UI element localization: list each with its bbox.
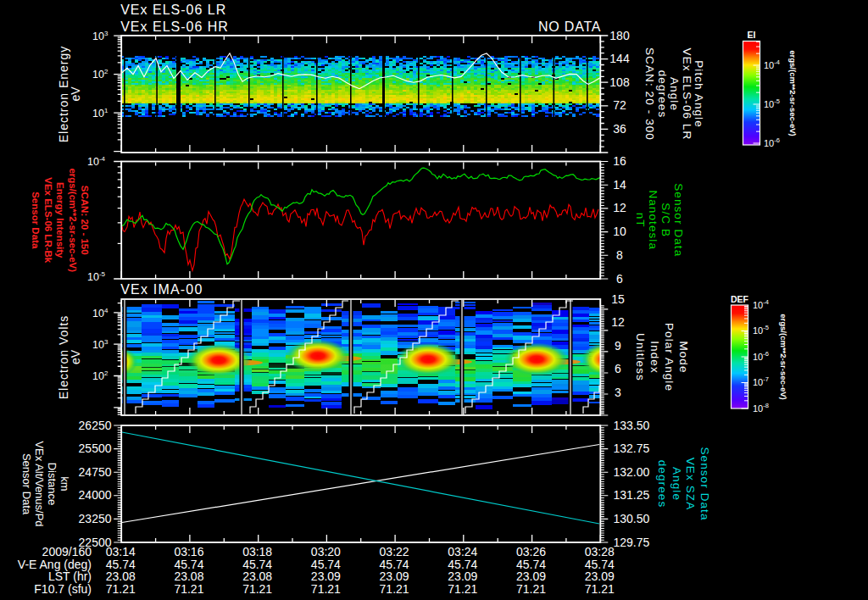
svg-text:15: 15 [611,292,625,306]
svg-text:Mode: Mode [677,341,690,373]
svg-text:Pitch Angle: Pitch Angle [693,60,705,128]
svg-text:03:24: 03:24 [448,545,477,558]
svg-text:71.21: 71.21 [174,582,203,596]
svg-text:72: 72 [613,98,626,112]
svg-text:71.21: 71.21 [311,582,341,596]
svg-text:nT: nT [634,213,647,228]
svg-text:132.00: 132.00 [614,465,650,479]
svg-text:16: 16 [613,154,626,168]
svg-text:24000: 24000 [79,488,112,502]
svg-text:71.21: 71.21 [448,582,477,596]
svg-text:km: km [58,476,71,491]
svg-text:10: 10 [613,225,626,238]
svg-text:degrees: degrees [656,460,669,508]
svg-text:14: 14 [613,178,626,192]
svg-text:03:26: 03:26 [516,545,546,558]
svg-text:36: 36 [613,122,626,136]
svg-text:F10.7 (sfu): F10.7 (sfu) [34,582,92,596]
svg-text:131.25: 131.25 [614,488,650,502]
svg-text:129.75: 129.75 [614,536,650,549]
svg-text:VEx ELS-06 LR: VEx ELS-06 LR [120,3,226,17]
svg-text:71.21: 71.21 [585,582,615,596]
svg-text:Sensor Data: Sensor Data [698,447,711,520]
svg-text:eV: eV [69,86,82,102]
svg-text:EI: EI [748,30,756,40]
svg-text:03:20: 03:20 [311,545,341,558]
svg-text:degrees: degrees [656,70,669,119]
svg-text:ergs/(cm**2-sr-sec-eV): ergs/(cm**2-sr-sec-eV) [788,50,798,136]
svg-text:Energy Intensity: Energy Intensity [55,182,65,258]
svg-text:6: 6 [616,272,623,286]
svg-text:Sensor Data: Sensor Data [20,453,33,515]
svg-text:VEx ELS-06 HR: VEx ELS-06 HR [120,19,229,34]
svg-text:71.21: 71.21 [242,582,272,596]
svg-text:DEF: DEF [731,294,749,304]
svg-text:6: 6 [615,362,621,375]
svg-text:03:16: 03:16 [174,545,203,558]
svg-text:108: 108 [609,75,630,89]
svg-text:8: 8 [616,248,623,262]
svg-text:03:28: 03:28 [585,545,615,558]
svg-text:Nanotesla: Nanotesla [647,190,659,250]
svg-text:ergs/(cm**2-sr-sec-eV): ergs/(cm**2-sr-sec-eV) [779,314,788,399]
svg-text:Unitless: Unitless [634,333,647,381]
svg-text:144: 144 [609,52,630,65]
svg-text:71.21: 71.21 [516,582,546,596]
svg-text:Angle: Angle [668,77,681,111]
svg-text:23250: 23250 [79,512,112,525]
svg-text:12: 12 [613,201,626,214]
svg-text:03:14: 03:14 [106,545,136,558]
svg-text:VEx ELS-06 LR-Bk: VEx ELS-06 LR-Bk [43,177,53,264]
svg-text:03:18: 03:18 [242,545,272,558]
svg-text:71.21: 71.21 [380,582,409,596]
svg-text:VEx IMA-00: VEx IMA-00 [120,282,203,297]
svg-text:SCAN: 20 - 150: SCAN: 20 - 150 [80,186,90,255]
svg-text:NO DATA: NO DATA [538,19,601,34]
svg-text:26250: 26250 [79,419,112,432]
svg-text:9: 9 [615,339,621,353]
svg-text:Sensor Data: Sensor Data [31,192,41,249]
svg-text:VEx ELS-06 LR: VEx ELS-06 LR [681,48,693,141]
svg-text:Polar Angle: Polar Angle [663,323,676,392]
svg-text:Angle: Angle [670,467,683,501]
svg-text:12: 12 [611,315,625,329]
svg-text:ergs/(cm**2-sr-sec-eV): ergs/(cm**2-sr-sec-eV) [67,168,77,272]
svg-text:3: 3 [615,386,621,399]
svg-text:71.21: 71.21 [106,582,136,596]
svg-text:180: 180 [609,29,630,42]
svg-text:Index: Index [648,341,661,374]
svg-text:SCAN: 20 - 300: SCAN: 20 - 300 [643,47,656,141]
svg-text:2009/160: 2009/160 [42,545,92,558]
svg-text:S/C B: S/C B [659,203,672,237]
svg-text:VEx SZA: VEx SZA [684,458,697,510]
svg-text:130.50: 130.50 [614,512,650,525]
svg-text:03:22: 03:22 [380,545,409,558]
svg-text:132.75: 132.75 [614,442,650,455]
svg-text:Sensor Data: Sensor Data [672,183,685,257]
svg-text:133.50: 133.50 [614,419,650,432]
svg-text:eV: eV [69,349,82,364]
svg-text:Distance: Distance [46,463,58,506]
svg-text:25500: 25500 [79,442,112,455]
svg-text:VEx Alt/Venus/Pd: VEx Alt/Venus/Pd [33,441,46,526]
svg-text:24750: 24750 [79,465,112,479]
